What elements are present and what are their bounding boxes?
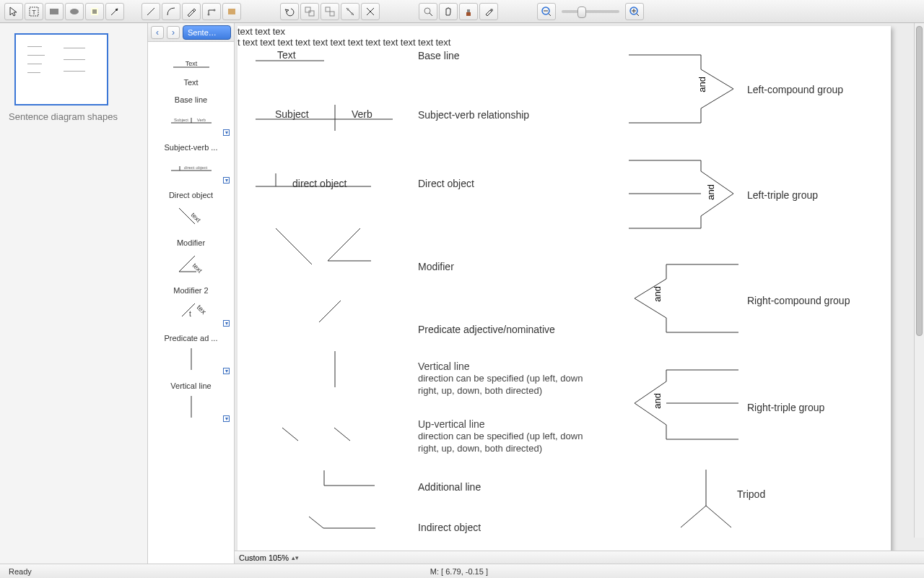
rtrip-t3: text: [435, 37, 450, 48]
snap-tool[interactable]: [459, 3, 478, 20]
desc-vline: direction can be specified (up left, dow…: [418, 373, 588, 397]
pan-tool[interactable]: [439, 3, 458, 20]
stamp-tool[interactable]: [222, 3, 241, 20]
svg-line-23: [430, 13, 432, 16]
shape-indirect-text: text: [260, 37, 275, 48]
pen-tool[interactable]: [182, 3, 201, 20]
svg-line-60: [334, 428, 350, 441]
stencil-item-baseline[interactable]: Base line SubjectVerb ▾: [148, 90, 234, 137]
label-indirect: Indirect object: [418, 522, 481, 533]
label-directobj: Direct object: [418, 178, 474, 189]
label-subjverb: Subject-verb relationship: [418, 109, 529, 121]
svg-point-3: [70, 9, 79, 14]
svg-rect-2: [50, 9, 58, 14]
eyedropper-tool[interactable]: [479, 3, 498, 20]
svg-text:Text: Text: [185, 60, 197, 67]
rcomp-and: and: [652, 286, 663, 302]
stencil-item-label: Modifier 2: [173, 286, 208, 295]
shape-subj: Subject: [275, 108, 309, 120]
stencil-item-predadj[interactable]: Predicate ad ... ▾: [148, 328, 234, 376]
text-tool[interactable]: T: [25, 3, 43, 20]
zoom-in-button[interactable]: [625, 3, 644, 20]
select-tool[interactable]: [4, 3, 23, 20]
desc-upvline: direction can be specified (up left, dow…: [418, 431, 588, 455]
align-tool[interactable]: [341, 3, 359, 20]
rtrip-t2: text: [418, 37, 433, 48]
stencil-item-label: Modifier: [177, 238, 205, 247]
lcomp-t2: text: [295, 37, 310, 48]
stencil-item-vline[interactable]: Vertical line ▾: [148, 376, 234, 423]
stencil-back-button[interactable]: ‹: [151, 26, 164, 39]
stencil-item-text[interactable]: Text Text: [148, 42, 234, 90]
shape-directobj-text: direct object: [292, 178, 346, 189]
zoom-tool[interactable]: [419, 3, 437, 20]
stencil-item-modifier2[interactable]: Modifier 2 text ▾: [148, 280, 234, 328]
zoom-level-label: Custom 105%: [239, 553, 289, 562]
svg-line-8: [111, 9, 118, 15]
status-coords: M: [ 6.79, -0.15 ]: [32, 567, 886, 576]
note-tool[interactable]: [85, 3, 104, 20]
rcomp-t2: text: [383, 37, 398, 48]
line-tool[interactable]: [141, 3, 160, 20]
rectangle-tool[interactable]: [45, 3, 64, 20]
status-bar: Ready M: [ 6.79, -0.15 ]: [0, 564, 924, 578]
main-area: Sentence diagram shapes ‹ › Sente… Text …: [0, 23, 924, 564]
zoom-slider[interactable]: [562, 10, 619, 13]
stencil-item-label: Vertical line: [170, 381, 211, 390]
rcomp-t1: text: [365, 37, 380, 48]
svg-line-9: [147, 8, 154, 15]
canvas-viewport[interactable]: Text Base line Subject Verb Subject-verb…: [235, 23, 924, 551]
svg-point-11: [214, 9, 216, 11]
shape-mod2: text: [255, 26, 270, 37]
shape-verb: Verb: [352, 108, 372, 120]
ltrip-t2: text: [331, 37, 346, 48]
page-thumbnail-title: Sentence diagram shapes: [9, 111, 141, 122]
svg-text:Verb: Verb: [196, 118, 206, 122]
status-left: Ready: [9, 567, 32, 576]
svg-point-19: [352, 12, 354, 14]
svg-text:text: text: [189, 211, 202, 224]
group-tool[interactable]: [300, 3, 319, 20]
zoom-out-button[interactable]: [537, 3, 556, 20]
canvas-area: Text Base line Subject Verb Subject-verb…: [235, 23, 924, 564]
svg-line-56: [276, 228, 312, 264]
drawing-page[interactable]: Text Base line Subject Verb Subject-verb…: [237, 26, 891, 551]
ungroup-tool[interactable]: [321, 3, 339, 20]
label-tripod: Tripod: [737, 488, 765, 500]
stencil-selector[interactable]: Sente…: [183, 25, 231, 40]
stencil-item-modifier[interactable]: Modifier text: [148, 233, 234, 280]
label-lcomp: Left-compound group: [747, 84, 843, 95]
svg-text:Subject: Subject: [173, 118, 188, 122]
stencil-item-subjverb[interactable]: Subject-verb ... direct object ▾: [148, 137, 234, 185]
svg-line-59: [282, 428, 298, 441]
svg-point-22: [424, 8, 430, 14]
stencil-item-label: Base line: [175, 95, 207, 104]
vertical-scrollbar[interactable]: [914, 23, 924, 538]
ellipse-tool[interactable]: [65, 3, 84, 20]
svg-text:T: T: [32, 9, 36, 16]
pages-panel: Sentence diagram shapes: [0, 23, 148, 564]
stencil-item-direct[interactable]: Direct object text: [148, 185, 234, 233]
page-thumbnail[interactable]: [14, 33, 108, 105]
label-rcomp: Right-compound group: [747, 295, 850, 306]
curve-tool[interactable]: [162, 3, 180, 20]
svg-rect-15: [326, 7, 330, 12]
lcomp-and: and: [697, 77, 707, 92]
zoom-footer: Custom 105% ▴▾: [235, 551, 924, 564]
shape-mod1: text: [237, 26, 253, 37]
arrow-tool[interactable]: [105, 3, 124, 20]
svg-text:t: t: [189, 310, 191, 318]
rtrip-and: and: [652, 393, 663, 409]
shape-baseline-text: Text: [277, 49, 296, 61]
stencil-item-label: Predicate ad ...: [165, 334, 218, 342]
ltrip-t3: text: [348, 37, 363, 48]
connector-tool[interactable]: [202, 3, 221, 20]
stencil-forward-button[interactable]: ›: [167, 26, 180, 39]
svg-text:direct object: direct object: [183, 165, 207, 170]
distribute-tool[interactable]: [361, 3, 380, 20]
label-modifier: Modifier: [418, 261, 454, 272]
label-ltrip: Left-triple group: [747, 189, 818, 201]
undo-tool[interactable]: [280, 3, 299, 20]
svg-rect-24: [466, 12, 471, 16]
svg-point-26: [490, 9, 493, 12]
